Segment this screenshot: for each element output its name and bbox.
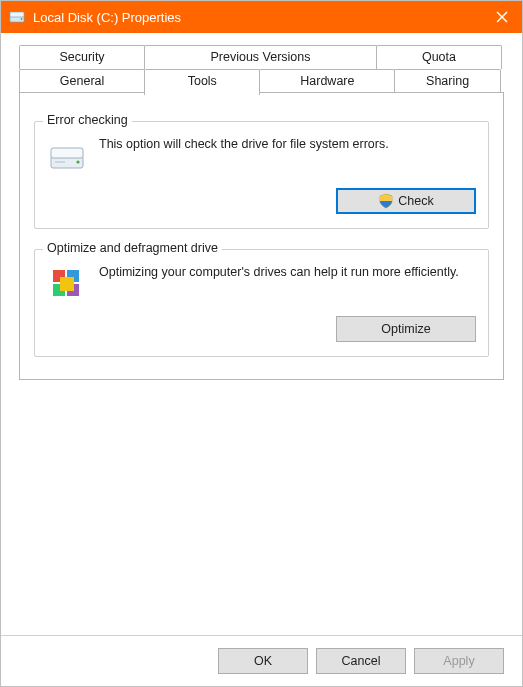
tab-security[interactable]: Security	[19, 45, 145, 69]
button-label: Cancel	[342, 654, 381, 668]
tab-content-tools: Error checking This option will check th…	[19, 92, 504, 380]
close-icon	[496, 11, 508, 23]
button-label: Check	[398, 194, 433, 208]
group-optimize: Optimize and defragment drive Optimi	[34, 249, 489, 357]
tab-general[interactable]: General	[19, 69, 145, 93]
optimize-text: Optimizing your computer's drives can he…	[99, 264, 476, 281]
apply-button: Apply	[414, 648, 504, 674]
tabs: Security Previous Versions Quota General…	[19, 45, 504, 380]
tab-label: Tools	[188, 74, 217, 88]
drive-icon	[9, 9, 25, 25]
tab-previous-versions[interactable]: Previous Versions	[144, 45, 377, 69]
tab-label: General	[60, 74, 104, 88]
tab-label: Quota	[422, 50, 456, 64]
button-label: Apply	[443, 654, 474, 668]
tab-quota[interactable]: Quota	[376, 45, 502, 69]
window-title: Local Disk (C:) Properties	[33, 10, 482, 25]
tab-label: Previous Versions	[210, 50, 310, 64]
tab-label: Security	[59, 50, 104, 64]
group-legend: Optimize and defragment drive	[43, 241, 222, 255]
svg-rect-8	[55, 161, 65, 163]
tab-hardware[interactable]: Hardware	[259, 69, 395, 93]
tab-label: Hardware	[300, 74, 354, 88]
group-error-checking: Error checking This option will check th…	[34, 121, 489, 229]
titlebar: Local Disk (C:) Properties	[1, 1, 522, 33]
optimize-button[interactable]: Optimize	[336, 316, 476, 342]
button-label: OK	[254, 654, 272, 668]
disk-check-icon	[47, 136, 87, 176]
tab-sharing[interactable]: Sharing	[394, 69, 501, 93]
tab-tools[interactable]: Tools	[144, 69, 260, 95]
check-button[interactable]: Check	[336, 188, 476, 214]
svg-rect-6	[51, 148, 83, 158]
svg-rect-13	[60, 277, 74, 291]
defrag-icon	[47, 264, 87, 304]
tab-label: Sharing	[426, 74, 469, 88]
ok-button[interactable]: OK	[218, 648, 308, 674]
cancel-button[interactable]: Cancel	[316, 648, 406, 674]
button-label: Optimize	[381, 322, 430, 336]
shield-icon	[378, 193, 394, 209]
group-legend: Error checking	[43, 113, 132, 127]
error-checking-text: This option will check the drive for fil…	[99, 136, 476, 153]
dialog-body: Security Previous Versions Quota General…	[1, 33, 522, 635]
properties-window: Local Disk (C:) Properties Security Prev…	[0, 0, 523, 687]
dialog-footer: OK Cancel Apply	[1, 635, 522, 686]
svg-point-2	[21, 18, 23, 20]
svg-point-7	[76, 160, 79, 163]
svg-rect-1	[10, 12, 24, 17]
close-button[interactable]	[482, 1, 522, 33]
